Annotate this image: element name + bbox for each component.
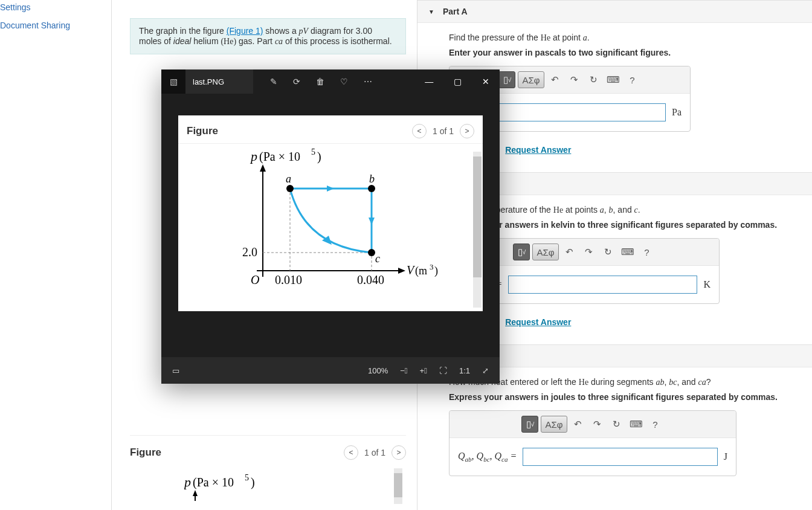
left-nav: Settings Document Sharing xyxy=(0,0,112,510)
svg-text:(Pa × 10: (Pa × 10 xyxy=(193,476,234,489)
nav-settings[interactable]: Settings xyxy=(0,0,111,21)
svg-text:0.040: 0.040 xyxy=(357,273,384,286)
more-icon[interactable]: ⋯ xyxy=(364,77,372,86)
pa-unit: Pa xyxy=(672,107,682,118)
nav-sharing[interactable]: Document Sharing xyxy=(0,21,111,39)
svg-marker-5 xyxy=(193,490,198,496)
qc-unit: J xyxy=(724,451,727,462)
photos-filename: last.PNG xyxy=(185,69,253,94)
help-icon[interactable]: ? xyxy=(647,416,664,433)
favorite-icon[interactable]: ♡ xyxy=(340,77,348,86)
figure-next-2[interactable]: > xyxy=(392,445,406,460)
figure-link[interactable]: (Figure 1) xyxy=(227,26,263,36)
reset-icon[interactable]: ↻ xyxy=(585,71,602,88)
svg-text:5: 5 xyxy=(245,473,249,482)
redo-icon[interactable]: ↷ xyxy=(581,244,598,260)
svg-text:a: a xyxy=(286,173,291,185)
greek-tool[interactable]: ΑΣφ xyxy=(541,416,567,433)
svg-marker-11 xyxy=(260,164,266,172)
greek-tool[interactable]: ΑΣφ xyxy=(518,71,544,88)
qc-input[interactable] xyxy=(523,448,718,466)
svg-point-24 xyxy=(368,249,375,256)
rotate-icon[interactable]: ⟳ xyxy=(293,77,300,86)
keyboard-icon[interactable]: ⌨ xyxy=(605,71,622,88)
help-icon[interactable]: ? xyxy=(624,71,641,88)
help-icon[interactable]: ? xyxy=(639,244,656,260)
figure-prev-2[interactable]: < xyxy=(344,445,358,460)
fit-icon[interactable]: ⛶ xyxy=(439,366,447,375)
photos-slideshow-icon[interactable]: ▭ xyxy=(172,366,179,375)
part-c-prompt: How much heat entered or left the He dur… xyxy=(449,377,794,387)
greek-tool[interactable]: ΑΣφ xyxy=(532,244,558,260)
figure-panel-2: Figure < 1 of 1 > p (Pa × 10 5 ) xyxy=(130,435,406,504)
svg-text:5: 5 xyxy=(311,147,315,157)
figure-scrollbar[interactable] xyxy=(473,152,482,308)
svg-text:V: V xyxy=(407,263,416,277)
window-close[interactable]: ✕ xyxy=(471,69,500,94)
svg-text:b: b xyxy=(369,173,375,185)
figure-title-2: Figure xyxy=(130,447,161,459)
undo-icon[interactable]: ↶ xyxy=(561,244,578,260)
templates-tool[interactable]: ▯√ xyxy=(521,416,538,433)
pv-symbol: pV xyxy=(299,27,309,36)
templates-tool[interactable]: ▯√ xyxy=(498,71,515,88)
keyboard-icon[interactable]: ⌨ xyxy=(628,416,645,433)
part-b-prompt: Find the temperature of the He at points… xyxy=(449,205,794,215)
part-c-instr: Express your answers in joules to three … xyxy=(449,392,794,402)
photos-canvas: Figure < 1 of 1 > p (Pa × 10 5 ) xyxy=(178,115,483,311)
part-b-request[interactable]: Request Answer xyxy=(505,317,571,327)
photos-home-icon[interactable]: ▧ xyxy=(161,69,185,94)
window-maximize[interactable]: ▢ xyxy=(443,69,472,94)
figure-2-ylabel: p (Pa × 10 5 ) xyxy=(184,472,305,502)
pv-diagram: p (Pa × 10 5 ) xyxy=(178,144,456,301)
svg-text:O: O xyxy=(251,273,259,286)
figure-title: Figure xyxy=(187,125,218,137)
delete-icon[interactable]: 🗑 xyxy=(316,77,324,86)
zoom-in-icon[interactable]: +⃝ xyxy=(420,366,427,375)
photos-app-window: ▧ last.PNG ✎ ⟳ 🗑 ♡ ⋯ ― ▢ ✕ Figure xyxy=(161,69,500,384)
svg-text:): ) xyxy=(317,150,321,164)
part-a-header[interactable]: ▼ Part A xyxy=(417,1,812,23)
photos-bottombar: ▭ 100% −⃝ +⃝ ⛶ 1:1 ⤢ xyxy=(161,357,500,384)
templates-tool[interactable]: ▯√ xyxy=(513,244,530,260)
redo-icon[interactable]: ↷ xyxy=(589,416,606,433)
svg-marker-18 xyxy=(327,186,334,192)
svg-text:(Pa × 10: (Pa × 10 xyxy=(259,150,300,164)
window-minimize[interactable]: ― xyxy=(415,69,443,94)
svg-text:p: p xyxy=(184,474,191,489)
actual-icon[interactable]: 1:1 xyxy=(459,366,470,375)
photos-titlebar: ▧ last.PNG ✎ ⟳ 🗑 ♡ ⋯ ― ▢ ✕ xyxy=(161,69,500,94)
svg-point-23 xyxy=(368,185,375,192)
part-a-label: Part A xyxy=(443,7,468,16)
keyboard-icon[interactable]: ⌨ xyxy=(619,244,636,260)
part-a-prompt: Find the pressure of the He at point a. xyxy=(449,33,794,43)
svg-text:2.0: 2.0 xyxy=(242,245,257,259)
figure2-scrollbar[interactable] xyxy=(394,468,402,504)
chevron-down-icon: ▼ xyxy=(428,8,434,15)
fullscreen-icon[interactable]: ⤢ xyxy=(482,366,489,375)
svg-text:): ) xyxy=(251,476,255,489)
svg-text:p: p xyxy=(250,149,257,164)
figure-prev[interactable]: < xyxy=(412,124,427,138)
figure-next[interactable]: > xyxy=(460,124,474,138)
part-a-instr: Enter your answer in pascals to two sign… xyxy=(449,48,794,57)
part-a-request[interactable]: Request Answer xyxy=(505,145,571,155)
edit-icon[interactable]: ✎ xyxy=(270,77,277,86)
zoom-out-icon[interactable]: −⃝ xyxy=(400,366,407,375)
tb-unit: K xyxy=(703,279,710,290)
undo-icon[interactable]: ↶ xyxy=(547,71,564,88)
reset-icon[interactable]: ↻ xyxy=(600,244,617,260)
svg-marker-13 xyxy=(398,268,405,274)
blurb-text: The graph in the figure xyxy=(139,26,227,36)
reset-icon[interactable]: ↻ xyxy=(608,416,625,433)
svg-text:0.010: 0.010 xyxy=(275,273,302,286)
zoom-label: 100% xyxy=(368,366,388,375)
pa-input[interactable] xyxy=(481,103,666,121)
tb-input[interactable] xyxy=(508,276,697,294)
part-b-instr: Express your answers in kelvin to three … xyxy=(449,220,794,230)
svg-text:3: 3 xyxy=(430,262,434,271)
qc-lhs: Qab, Qbc, Qca = xyxy=(458,451,517,463)
redo-icon[interactable]: ↷ xyxy=(566,71,583,88)
problem-blurb: The graph in the figure (Figure 1) shows… xyxy=(130,18,406,54)
undo-icon[interactable]: ↶ xyxy=(570,416,587,433)
